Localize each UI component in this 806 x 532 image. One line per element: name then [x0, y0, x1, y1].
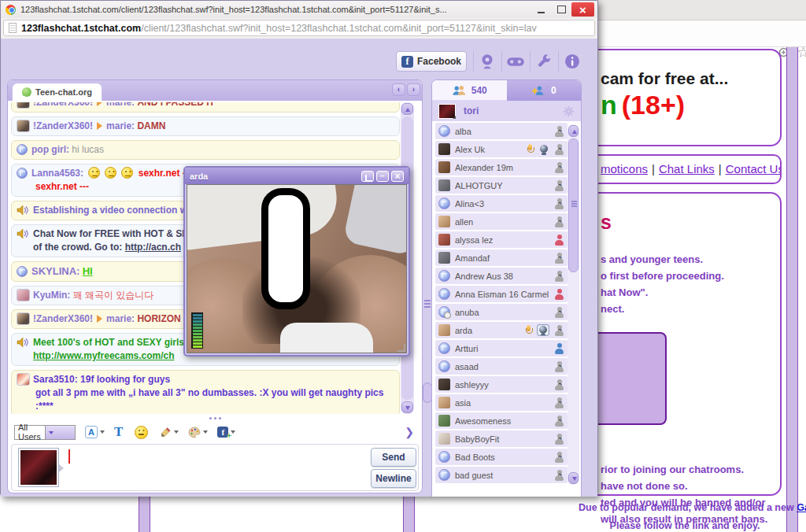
- games-toolbar-icon[interactable]: [505, 50, 527, 72]
- link-emoticons[interactable]: moticons: [601, 162, 648, 175]
- tab-scroll-left-button[interactable]: [392, 83, 405, 96]
- tab-scroll-right-button[interactable]: [407, 83, 420, 96]
- tab-friends[interactable]: 0: [507, 80, 582, 101]
- message-link[interactable]: HI: [83, 265, 93, 277]
- user-avatar-icon: [438, 306, 450, 318]
- scroll-up-button[interactable]: [568, 125, 579, 137]
- user-list-item[interactable]: asia: [435, 394, 568, 411]
- message-input-area[interactable]: Send Newline: [11, 444, 419, 491]
- user-list-item[interactable]: ALHOTGUY: [435, 177, 568, 194]
- user-avatar-icon: [438, 360, 450, 372]
- user-list-item[interactable]: Amandaf: [435, 249, 568, 266]
- webcam-icon[interactable]: [538, 144, 549, 155]
- emoticon-button[interactable]: [135, 426, 148, 439]
- user-status-icon: [554, 198, 564, 209]
- splitter-handle[interactable]: [8, 416, 422, 422]
- my-avatar-small[interactable]: [438, 104, 456, 119]
- user-name: asaad: [455, 362, 549, 371]
- user-avatar: [17, 289, 30, 301]
- user-avatar-icon: [438, 252, 450, 264]
- send-button[interactable]: Send: [371, 448, 416, 467]
- user-avatar-icon: [438, 270, 450, 282]
- webcam-titlebar[interactable]: arda: [185, 168, 409, 184]
- user-name: Artturi: [455, 344, 549, 353]
- gear-icon[interactable]: [563, 105, 575, 117]
- settings-wrench-icon[interactable]: [533, 50, 555, 72]
- close-button[interactable]: [571, 2, 594, 17]
- user-list-item[interactable]: Andrew Aus 38: [435, 268, 568, 284]
- webcam-icon[interactable]: [537, 324, 549, 336]
- resize-grip-icon[interactable]: [397, 344, 405, 352]
- user-status-icon: [554, 125, 564, 137]
- user-list-panel: 540 0 tori: [431, 79, 582, 497]
- gay-teen-chat-link[interactable]: Gay Teen Chat: [797, 502, 806, 513]
- user-list-item[interactable]: Alina<3: [435, 195, 568, 212]
- minimize-button[interactable]: [531, 2, 551, 17]
- user-list-item[interactable]: allen: [435, 213, 568, 230]
- message-link[interactable]: http://acn.ch: [125, 242, 181, 253]
- toolbar-expand-arrow[interactable]: ❯: [405, 426, 414, 438]
- newline-button[interactable]: Newline: [371, 469, 416, 488]
- user-name: BabyBoyFit: [455, 434, 549, 444]
- facebook-share-button[interactable]: [217, 427, 235, 438]
- user-list-scrollbar[interactable]: [568, 124, 579, 485]
- recipient-select[interactable]: All Users: [14, 425, 76, 440]
- mic-icon: [525, 325, 532, 336]
- link-chat-links[interactable]: Chat Links: [659, 162, 715, 175]
- user-list-item[interactable]: bad guest: [435, 467, 568, 483]
- panel-splitter-grip[interactable]: [424, 300, 431, 309]
- webcam-close-button[interactable]: [391, 171, 404, 182]
- facebook-icon: [401, 56, 413, 68]
- user-status-icon: [554, 433, 564, 445]
- user-list-item[interactable]: Alex Uk: [435, 141, 568, 157]
- facebook-plus-icon: [217, 427, 228, 438]
- window-titlebar[interactable]: 123flashchat.1stchat.com/client/123flash…: [1, 1, 597, 18]
- webcam-resize-button[interactable]: [361, 171, 374, 182]
- user-name: Alex Uk: [455, 145, 522, 154]
- address-input[interactable]: 123flashchat.1stchat.com/client/123flash…: [3, 20, 595, 36]
- maximize-button[interactable]: [551, 2, 571, 17]
- webcam-window[interactable]: arda: [183, 166, 410, 357]
- user-status-icon: [554, 379, 564, 390]
- scroll-down-button[interactable]: [568, 472, 579, 484]
- page-rules-box: s s and younger teens. o first before pr…: [579, 192, 782, 496]
- user-avatar-icon: [438, 125, 450, 137]
- webcam-minimize-button[interactable]: [376, 171, 389, 182]
- webcam-toolbar-icon[interactable]: [476, 50, 498, 72]
- user-list-item[interactable]: Artturi: [435, 340, 568, 357]
- user-avatar: [17, 312, 30, 325]
- user-list-item[interactable]: asaad: [435, 358, 568, 375]
- user-list-item[interactable]: Alexander 19m: [435, 159, 568, 175]
- user-avatar-icon: [438, 451, 450, 463]
- message-link[interactable]: http://www.myfreecams.com/ch: [33, 350, 175, 361]
- font-button[interactable]: A: [85, 426, 105, 438]
- user-name: Alexander 19m: [455, 163, 549, 172]
- user-list-item[interactable]: ashleyyy: [435, 376, 568, 393]
- scrollbar-thumb[interactable]: [568, 139, 579, 272]
- window-title: 123flashchat.1stchat.com/client/123flash…: [20, 5, 531, 14]
- user-status-icon: [554, 270, 564, 282]
- scroll-down-button[interactable]: [401, 401, 413, 413]
- link-contact-us[interactable]: Contact Us: [726, 162, 782, 175]
- my-avatar[interactable]: [18, 448, 59, 487]
- text-cursor: [68, 449, 70, 464]
- user-list-item[interactable]: alyssa lez: [435, 231, 568, 248]
- text-format-button[interactable]: T: [114, 424, 123, 440]
- scroll-up-button[interactable]: [401, 103, 413, 115]
- user-list-item[interactable]: anuba: [435, 304, 568, 320]
- user-avatar-icon: [438, 469, 450, 481]
- room-tab[interactable]: Teen-chat.org: [12, 83, 102, 101]
- tab-all-users[interactable]: 540: [432, 80, 507, 101]
- draw-tool-button[interactable]: [160, 427, 179, 438]
- user-list-item[interactable]: arda: [435, 322, 568, 338]
- info-icon[interactable]: [561, 50, 583, 72]
- user-list-item[interactable]: Anna Eisman 16 Carmel In...: [435, 286, 568, 302]
- user-name: bad guest: [455, 471, 549, 480]
- facebook-button[interactable]: Facebook: [396, 51, 467, 72]
- color-palette-button[interactable]: [188, 427, 208, 438]
- promo-18plus: n(18+): [601, 90, 772, 120]
- user-list-item[interactable]: alba: [435, 123, 568, 139]
- user-list-item[interactable]: BabyBoyFit: [435, 430, 568, 447]
- user-list-item[interactable]: Bad Boots: [435, 449, 568, 465]
- user-list-item[interactable]: Awesomeness: [435, 412, 568, 429]
